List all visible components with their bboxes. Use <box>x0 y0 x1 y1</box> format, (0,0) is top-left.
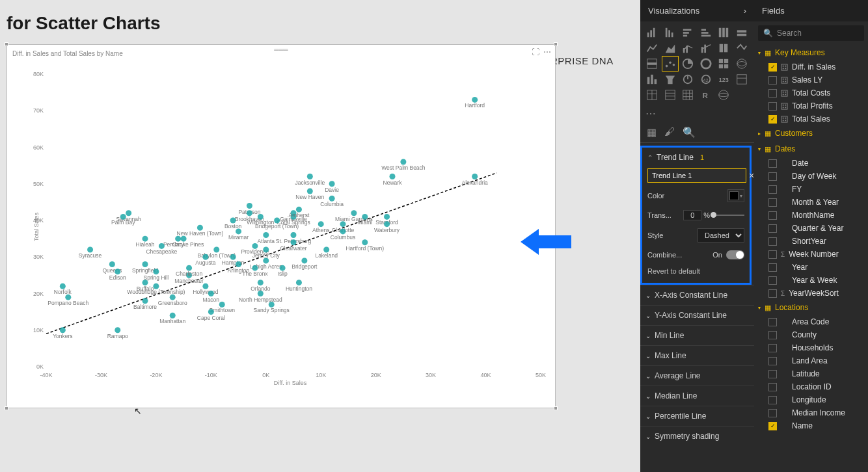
field-checkbox[interactable] <box>768 357 777 365</box>
visualizations-header[interactable]: Visualizations › <box>640 0 754 21</box>
analytics-section-symmetry-shading[interactable]: ⌄Symmetry shading <box>640 426 754 446</box>
field-checkbox[interactable] <box>768 102 777 111</box>
field-checkbox[interactable] <box>768 198 777 207</box>
combine-toggle[interactable] <box>726 250 744 259</box>
viz-type-icon[interactable] <box>680 72 696 86</box>
format-tab-icon[interactable]: 🖌 <box>664 126 675 138</box>
viz-type-icon[interactable] <box>698 57 714 71</box>
field-monthname[interactable]: MonthName <box>754 209 868 222</box>
transparency-slider[interactable] <box>713 215 744 216</box>
field-checkbox[interactable] <box>768 331 777 339</box>
field-yearweeksort[interactable]: ΣYearWeekSort <box>754 287 868 300</box>
field-checkbox[interactable]: ✓ <box>768 63 777 72</box>
viz-type-icon[interactable]: R <box>698 88 714 102</box>
viz-type-icon[interactable]: 123 <box>716 72 731 86</box>
more-visuals-icon[interactable]: ⋯ <box>640 106 754 121</box>
field-diff-in-sales[interactable]: ✓Diff. in Sales <box>754 60 868 73</box>
viz-type-icon[interactable] <box>662 41 678 55</box>
field-week-number[interactable]: ΣWeek Number <box>754 248 868 261</box>
field-checkbox[interactable]: ✓ <box>768 422 777 430</box>
analytics-section-median-line[interactable]: ⌄Median Line <box>640 386 754 406</box>
field-checkbox[interactable] <box>768 185 777 194</box>
viz-type-icon[interactable] <box>644 41 660 55</box>
field-fy[interactable]: FY <box>754 183 868 196</box>
field-sales-ly[interactable]: Sales LY <box>754 73 868 86</box>
viz-type-icon[interactable] <box>644 25 660 40</box>
revert-to-default[interactable]: Revert to default <box>642 263 750 279</box>
viz-type-icon[interactable] <box>680 25 696 40</box>
field-total-costs[interactable]: Total Costs <box>754 86 868 99</box>
trend-line-name-input[interactable] <box>647 168 746 183</box>
trend-line-header[interactable]: ⌃ Trend Line 1 <box>642 149 750 166</box>
field-table-locations[interactable]: ▾▦Locations <box>754 300 868 315</box>
field-county[interactable]: County <box>754 328 868 341</box>
field-year-week[interactable]: Year & Week <box>754 274 868 287</box>
viz-type-icon[interactable] <box>680 57 696 71</box>
analytics-tab-icon[interactable]: 🔍 <box>683 126 696 138</box>
viz-type-icon[interactable] <box>734 25 750 40</box>
field-median-income[interactable]: Median Income <box>754 406 868 419</box>
style-select[interactable]: Dashed <box>698 228 744 243</box>
field-total-profits[interactable]: Total Profits <box>754 99 868 112</box>
more-options-icon[interactable]: ⋯ <box>543 47 551 57</box>
field-latitude[interactable]: Latitude <box>754 367 868 380</box>
field-shortyear[interactable]: ShortYear <box>754 235 868 248</box>
analytics-section-x-axis-constant-line[interactable]: ⌄X-Axis Constant Line <box>640 285 754 305</box>
fields-tab-icon[interactable]: ▦ <box>647 126 657 138</box>
color-picker[interactable]: ▾ <box>727 189 744 202</box>
fields-header[interactable]: Fields › <box>754 0 868 21</box>
resize-handle[interactable] <box>5 42 8 46</box>
field-checkbox[interactable] <box>768 276 777 285</box>
field-checkbox[interactable] <box>768 396 777 404</box>
viz-type-icon[interactable] <box>734 72 750 86</box>
viz-type-icon[interactable] <box>734 41 750 55</box>
viz-type-icon[interactable] <box>716 41 731 55</box>
fields-search[interactable]: 🔍 Search <box>758 25 864 41</box>
field-checkbox[interactable] <box>768 263 777 272</box>
field-checkbox[interactable] <box>768 237 777 246</box>
field-area-code[interactable]: Area Code <box>754 315 868 328</box>
drag-grip-icon[interactable]: ═══ <box>274 46 288 53</box>
field-month-year[interactable]: Month & Year <box>754 196 868 209</box>
field-total-sales[interactable]: ✓Total Sales <box>754 112 868 125</box>
viz-type-icon[interactable] <box>662 88 678 102</box>
field-checkbox[interactable] <box>768 289 777 298</box>
field-checkbox[interactable] <box>768 211 777 220</box>
scatter-chart-visual[interactable]: ═══ ⛶ ⋯ Diff. in Sales and Total Sales b… <box>7 44 556 408</box>
field-checkbox[interactable] <box>768 250 777 259</box>
field-checkbox[interactable] <box>768 172 777 181</box>
viz-type-icon[interactable] <box>680 41 696 55</box>
resize-handle[interactable] <box>554 406 558 410</box>
field-name[interactable]: ✓Name <box>754 419 868 432</box>
analytics-section-max-line[interactable]: ⌄Max Line <box>640 345 754 365</box>
viz-type-icon[interactable] <box>698 25 714 40</box>
resize-handle[interactable] <box>554 42 558 46</box>
viz-type-icon[interactable] <box>698 41 714 55</box>
field-households[interactable]: Households <box>754 341 868 354</box>
focus-mode-icon[interactable]: ⛶ <box>532 47 539 57</box>
field-checkbox[interactable] <box>768 318 777 326</box>
viz-type-icon[interactable] <box>734 57 750 71</box>
field-quarter-year[interactable]: Quarter & Year <box>754 222 868 235</box>
field-longitude[interactable]: Longitude <box>754 393 868 406</box>
transparency-input[interactable] <box>683 210 701 220</box>
analytics-section-y-axis-constant-line[interactable]: ⌄Y-Axis Constant Line <box>640 305 754 325</box>
field-location-id[interactable]: Location ID <box>754 380 868 393</box>
field-checkbox[interactable] <box>768 383 777 391</box>
viz-type-icon[interactable] <box>644 88 660 102</box>
analytics-section-average-line[interactable]: ⌄Average Line <box>640 365 754 386</box>
viz-type-icon[interactable] <box>662 72 678 86</box>
field-day-of-week[interactable]: Day of Week <box>754 170 868 183</box>
analytics-section-min-line[interactable]: ⌄Min Line <box>640 325 754 345</box>
field-date[interactable]: Date <box>754 157 868 170</box>
field-checkbox[interactable] <box>768 409 777 417</box>
field-checkbox[interactable]: ✓ <box>768 115 777 124</box>
analytics-section-percentile-line[interactable]: ⌄Percentile Line <box>640 406 754 426</box>
viz-type-icon[interactable]: 42 <box>698 72 714 86</box>
field-checkbox[interactable] <box>768 224 777 233</box>
field-table-dates[interactable]: ▾▦Dates <box>754 141 868 157</box>
remove-trend-icon[interactable]: × <box>749 170 754 181</box>
viz-type-icon[interactable] <box>716 88 731 102</box>
field-checkbox[interactable] <box>768 159 777 168</box>
field-checkbox[interactable] <box>768 76 777 85</box>
